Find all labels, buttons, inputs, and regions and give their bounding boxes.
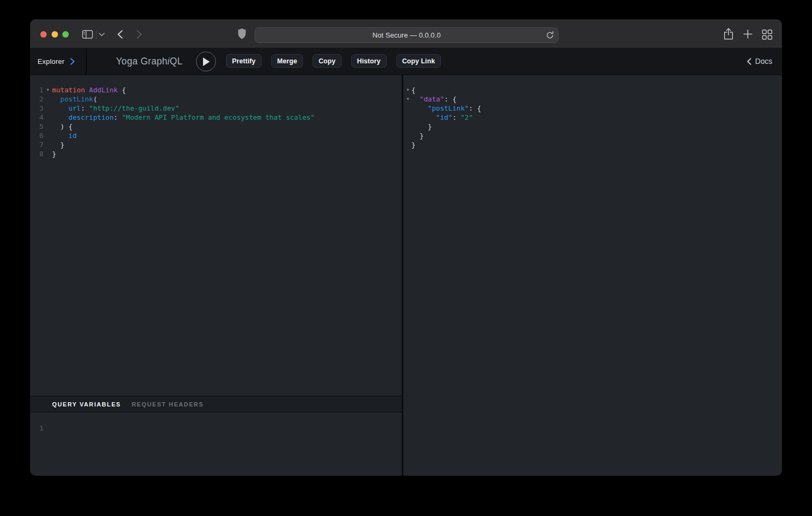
sidebar-toggle-icon[interactable] [82, 30, 93, 39]
prettify-button[interactable]: Prettify [226, 54, 262, 68]
fold-arrow-icon[interactable]: ▾ [404, 85, 411, 95]
reload-icon[interactable] [546, 31, 554, 40]
query-code-line: 6 id [30, 131, 402, 140]
titlebar: Not Secure — 0.0.0.0 [30, 19, 782, 48]
query-code-line: 1▾mutation AddLink { [30, 85, 402, 95]
response-pane: ▾{▾ "data": { "postLink": { "id": "2" } … [403, 75, 782, 476]
docs-button[interactable]: Docs [747, 48, 772, 75]
fold-gutter [44, 131, 52, 140]
back-icon[interactable] [117, 30, 123, 39]
fold-gutter [44, 95, 52, 104]
play-icon [202, 57, 211, 67]
line-number: 1 [30, 85, 44, 95]
line-number: 2 [30, 95, 44, 104]
query-code-line: 5 ) { [30, 122, 402, 131]
merge-button[interactable]: Merge [271, 54, 303, 68]
docs-label: Docs [755, 57, 772, 66]
response-line: "postLink": { [403, 104, 782, 113]
line-number: 4 [30, 113, 44, 122]
tab-query-variables[interactable]: QUERY VARIABLES [52, 401, 121, 408]
query-code-line: 7 } [30, 140, 402, 149]
response-line: "id": "2" [403, 113, 782, 122]
line-number: 7 [30, 140, 44, 149]
query-editor[interactable]: 1▾mutation AddLink {2 postLink(3 url: "h… [30, 75, 402, 396]
variables-editor[interactable]: 1 [30, 413, 402, 476]
explorer-toggle[interactable]: Explorer [30, 48, 86, 75]
line-number: 8 [30, 149, 44, 158]
address-bar-text: Not Secure — 0.0.0.0 [372, 31, 440, 39]
line-number: 3 [30, 104, 44, 113]
fold-arrow-icon[interactable]: ▾ [44, 85, 52, 95]
graphiql-toolbar: Explorer Yoga GraphiQL PrettifyMergeCopy… [30, 48, 782, 75]
app-title: Yoga GraphiQL [116, 48, 183, 75]
tab-overview-icon[interactable] [762, 30, 772, 40]
tab-request-headers[interactable]: REQUEST HEADERS [132, 401, 204, 408]
explorer-label: Explorer [38, 57, 64, 66]
close-window-button[interactable] [40, 31, 47, 38]
copy-link-button[interactable]: Copy Link [396, 54, 441, 68]
privacy-shield-icon[interactable] [238, 28, 246, 39]
response-viewer: ▾{▾ "data": { "postLink": { "id": "2" } … [403, 75, 782, 149]
toolbar-buttons: PrettifyMergeCopyHistoryCopy Link [226, 54, 441, 68]
response-line: } [403, 140, 782, 149]
fold-arrow-icon[interactable]: ▾ [404, 95, 411, 104]
new-tab-icon[interactable] [743, 30, 752, 39]
fold-gutter [44, 113, 52, 122]
variables-line-number: 1 [30, 424, 44, 433]
share-icon[interactable] [724, 28, 733, 40]
explorer-chevron-icon [70, 58, 75, 65]
sidebar-button-divider [96, 31, 97, 39]
query-code-line: 3 url: "http://the-guild.dev" [30, 104, 402, 113]
chevron-down-icon[interactable] [99, 33, 105, 37]
variables-tabs: QUERY VARIABLESREQUEST HEADERS [30, 396, 402, 412]
query-code-line: 8} [30, 149, 402, 158]
address-bar[interactable]: Not Secure — 0.0.0.0 [255, 27, 559, 43]
forward-icon[interactable] [136, 30, 142, 39]
query-pane: 1▾mutation AddLink {2 postLink(3 url: "h… [30, 75, 402, 476]
execute-query-button[interactable] [196, 52, 216, 71]
history-button[interactable]: History [351, 54, 387, 68]
query-code-line: 2 postLink( [30, 95, 402, 104]
fold-gutter [44, 149, 52, 158]
fold-gutter [44, 122, 52, 131]
docs-chevron-icon [747, 58, 751, 65]
copy-button[interactable]: Copy [313, 54, 342, 68]
query-code-line: 4 description: "Modern API Platform and … [30, 113, 402, 122]
graphiql-content: 1▾mutation AddLink {2 postLink(3 url: "h… [30, 75, 782, 476]
minimize-window-button[interactable] [52, 31, 58, 38]
fold-gutter [44, 104, 52, 113]
response-line: } [403, 122, 782, 131]
line-number: 6 [30, 131, 44, 140]
response-line: } [403, 131, 782, 140]
response-line: ▾{ [403, 85, 782, 95]
line-number: 5 [30, 122, 44, 131]
browser-window: Not Secure — 0.0.0.0 Explorer [30, 19, 782, 476]
zoom-window-button[interactable] [62, 31, 69, 38]
fold-gutter [44, 140, 52, 149]
response-line: ▾ "data": { [403, 95, 782, 104]
